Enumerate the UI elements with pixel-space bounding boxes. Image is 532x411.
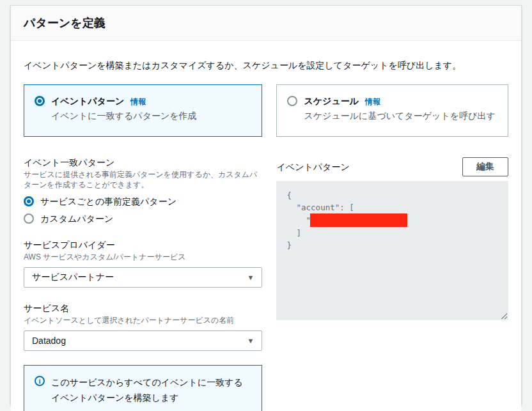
resize-handle[interactable] xyxy=(500,312,507,319)
event-pattern-info-link[interactable]: 情報 xyxy=(130,97,146,106)
chevron-down-icon: ▼ xyxy=(247,274,254,281)
custom-pattern-label: カスタムパターン xyxy=(40,213,113,224)
code-line-redacted: " xyxy=(286,213,498,227)
code-line: ] xyxy=(286,227,498,239)
service-name-desc: イベントソースとして選択されたパートナーサービスの名前 xyxy=(24,315,262,325)
tile-event-pattern[interactable]: イベントパターン情報 イベントに一致するパターンを作成 xyxy=(24,84,262,137)
predefined-pattern-label: サービスごとの事前定義パターン xyxy=(40,196,176,207)
service-name-group: サービス名 イベントソースとして選択されたパートナーサービスの名前 Datado… xyxy=(24,302,262,351)
tile-schedule-content: スケジュール情報 スケジュールに基づいてターゲットを呼び出す xyxy=(304,95,495,122)
tile-schedule-desc: スケジュールに基づいてターゲットを呼び出す xyxy=(304,109,495,122)
tile-schedule-title: スケジュール xyxy=(304,96,359,106)
service-provider-select[interactable]: サービスパートナー ▼ xyxy=(24,267,262,288)
service-provider-value: サービスパートナー xyxy=(32,272,114,283)
service-provider-group: サービスプロバイダー AWS サービスやカスタム/パートナーサービス サービスパ… xyxy=(24,238,262,288)
chevron-down-icon: ▼ xyxy=(247,337,254,345)
predefined-pattern-radio[interactable] xyxy=(24,196,34,206)
event-pattern-preview-label: イベントパターン xyxy=(276,160,349,173)
schedule-info-link[interactable]: 情報 xyxy=(365,97,380,106)
pattern-type-tiles: イベントパターン情報 イベントに一致するパターンを作成 スケジュール情報 スケジ… xyxy=(24,84,508,137)
panel-body: イベントパターンを構築またはカスタマイズするか、スケジュールを設定してターゲット… xyxy=(11,41,521,411)
tile-schedule[interactable]: スケジュール情報 スケジュールに基づいてターゲットを呼び出す xyxy=(276,84,508,137)
redaction-block xyxy=(310,213,407,227)
service-name-select[interactable]: Datadog ▼ xyxy=(24,330,262,351)
tile-event-pattern-desc: イベントに一致するパターンを作成 xyxy=(51,109,197,122)
radio-option-custom[interactable]: カスタムパターン xyxy=(24,213,262,224)
code-line: } xyxy=(286,239,498,251)
service-provider-label: サービスプロバイダー xyxy=(24,238,262,251)
event-pattern-code[interactable]: { "account": [ " ] } xyxy=(276,181,508,320)
edit-button[interactable]: 編集 xyxy=(462,157,508,176)
intro-text: イベントパターンを構築またはカスタマイズするか、スケジュールを設定してターゲット… xyxy=(24,60,508,72)
code-line: "account": [ xyxy=(286,201,498,213)
tile-event-pattern-title: イベントパターン xyxy=(51,96,124,106)
event-matching-group: イベント一致パターン サービスに提供される事前定義パターンを使用するか、カスタム… xyxy=(24,156,262,224)
tile-event-pattern-content: イベントパターン情報 イベントに一致するパターンを作成 xyxy=(51,95,197,122)
event-matching-desc: サービスに提供される事前定義パターンを使用するか、カスタムパターンを作成すること… xyxy=(24,169,262,190)
service-name-label: サービス名 xyxy=(24,302,262,314)
info-alert: i このサービスからすべてのイベントに一致するイベントパターンを構築します xyxy=(24,365,262,411)
info-icon: i xyxy=(35,376,45,386)
event-matching-label: イベント一致パターン xyxy=(24,156,262,169)
panel-title: パターンを定義 xyxy=(24,15,508,31)
pattern-form-column: イベント一致パターン サービスに提供される事前定義パターンを使用するか、カスタム… xyxy=(24,156,262,411)
service-provider-desc: AWS サービスやカスタム/パートナーサービス xyxy=(24,252,262,262)
code-line: { xyxy=(286,189,498,201)
radio-option-predefined[interactable]: サービスごとの事前定義パターン xyxy=(24,196,262,207)
define-pattern-panel: パターンを定義 イベントパターンを構築またはカスタマイズするか、スケジュールを設… xyxy=(10,5,522,405)
info-alert-text: このサービスからすべてのイベントに一致するイベントパターンを構築します xyxy=(51,375,251,405)
schedule-radio[interactable] xyxy=(287,96,297,106)
event-pattern-radio[interactable] xyxy=(35,96,45,106)
service-name-value: Datadog xyxy=(32,336,66,346)
custom-pattern-radio[interactable] xyxy=(24,213,34,224)
panel-header: パターンを定義 xyxy=(11,6,521,41)
pattern-preview-column: イベントパターン 編集 { "account": [ " ] } xyxy=(276,156,508,411)
